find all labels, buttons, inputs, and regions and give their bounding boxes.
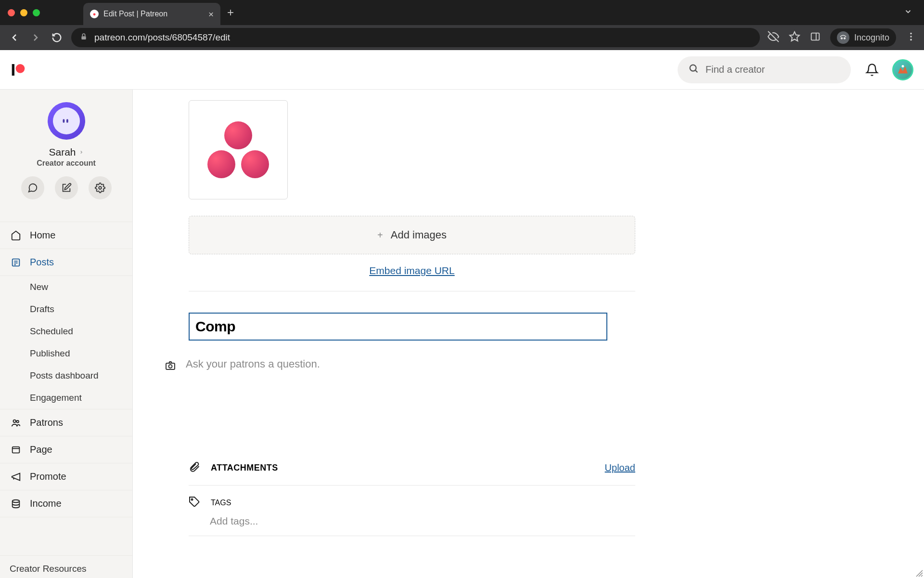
sidebar-item-scheduled[interactable]: Scheduled — [0, 320, 132, 342]
creator-name-row[interactable]: Sarah — [49, 146, 83, 158]
nav-label: Posts — [30, 257, 54, 268]
main-content: + Add images Embed image URL Ask your pa… — [133, 90, 924, 578]
svg-point-26 — [13, 499, 20, 502]
sidebar-item-published[interactable]: Published — [0, 342, 132, 365]
kebab-icon[interactable] — [906, 31, 916, 44]
sidebar-item-engagement[interactable]: Engagement — [0, 387, 132, 409]
compose-button[interactable] — [55, 176, 78, 199]
svg-rect-0 — [81, 36, 86, 39]
window-close[interactable] — [8, 9, 15, 16]
post-title-input[interactable] — [189, 313, 607, 341]
reload-button[interactable] — [50, 31, 64, 44]
svg-point-5 — [841, 37, 843, 39]
promote-icon — [11, 472, 21, 482]
nav-label: Home — [30, 230, 55, 241]
tab-favicon-icon: ● — [90, 10, 99, 18]
resize-handle-icon[interactable] — [914, 568, 923, 577]
svg-rect-24 — [13, 447, 20, 453]
sidebar-item-creator-resources[interactable]: Creator Resources — [0, 555, 132, 578]
sidebar-item-income[interactable]: Income — [0, 490, 132, 517]
svg-line-32 — [921, 575, 923, 577]
posts-submenu: New Drafts Scheduled Published Posts das… — [0, 276, 132, 409]
forward-button[interactable] — [29, 31, 42, 44]
star-icon[interactable] — [789, 31, 800, 44]
profile-avatar[interactable] — [892, 59, 913, 80]
creator-block: Sarah Creator account — [0, 102, 132, 210]
thumbnail-graphic-icon — [207, 121, 269, 178]
embed-image-url-link[interactable]: Embed image URL — [189, 265, 635, 276]
tags-section-header: TAGS — [189, 486, 635, 512]
tag-icon — [189, 496, 200, 510]
sidebar-item-drafts[interactable]: Drafts — [0, 298, 132, 320]
attachments-label: ATTACHMENTS — [211, 463, 278, 473]
search-icon — [688, 63, 699, 76]
svg-point-14 — [902, 65, 904, 67]
settings-button[interactable] — [89, 176, 112, 199]
window-controls — [8, 9, 40, 16]
eye-off-icon[interactable] — [768, 31, 779, 44]
nav-label: Promote — [30, 471, 66, 482]
sidebar-item-page[interactable]: Page — [0, 436, 132, 463]
close-icon[interactable]: × — [208, 10, 214, 19]
paperclip-icon — [189, 461, 200, 474]
svg-point-11 — [16, 64, 25, 73]
svg-point-23 — [16, 420, 19, 422]
svg-rect-15 — [63, 119, 64, 123]
notifications-button[interactable] — [864, 63, 880, 77]
svg-rect-3 — [811, 33, 820, 40]
nav-label: Income — [30, 498, 62, 509]
patrons-icon — [11, 418, 21, 428]
svg-rect-10 — [12, 64, 14, 76]
sidebar-item-new[interactable]: New — [0, 276, 132, 298]
add-images-button[interactable]: + Add images — [189, 216, 635, 254]
chevron-down-icon[interactable] — [904, 7, 912, 18]
patreon-logo-icon[interactable] — [11, 62, 26, 78]
svg-point-6 — [844, 37, 846, 39]
svg-rect-27 — [166, 363, 175, 369]
app-root: Find a creator Sarah Creator account — [0, 50, 924, 578]
svg-point-29 — [192, 499, 193, 500]
divider — [189, 291, 635, 291]
svg-line-13 — [695, 70, 697, 72]
sidebar-item-patrons[interactable]: Patrons — [0, 409, 132, 436]
post-body-input[interactable]: Ask your patrons a question. — [186, 358, 320, 370]
add-images-label: Add images — [391, 229, 447, 241]
svg-point-22 — [13, 420, 16, 422]
svg-point-17 — [99, 186, 102, 189]
svg-marker-2 — [790, 32, 799, 41]
search-input[interactable]: Find a creator — [678, 56, 851, 83]
new-tab-button[interactable]: + — [227, 6, 234, 19]
chat-button[interactable] — [21, 176, 44, 199]
embed-link-text: Embed image URL — [369, 265, 454, 276]
page-icon — [11, 445, 21, 455]
tags-input[interactable]: Add tags... — [189, 512, 635, 536]
svg-point-28 — [169, 365, 172, 368]
app-header: Find a creator — [0, 50, 924, 90]
browser-tab-strip: ● Edit Post | Patreon × + — [0, 0, 924, 25]
window-minimize[interactable] — [20, 9, 27, 16]
window-maximize[interactable] — [33, 9, 40, 16]
back-button[interactable] — [8, 31, 21, 44]
image-thumbnail[interactable] — [189, 100, 288, 199]
incognito-indicator[interactable]: Incognito — [830, 28, 896, 47]
plus-icon: + — [377, 230, 383, 241]
url-text: patreon.com/posts/68054587/edit — [94, 32, 230, 43]
upload-link[interactable]: Upload — [605, 462, 635, 473]
sidebar-item-posts-dashboard[interactable]: Posts dashboard — [0, 365, 132, 387]
creator-avatar[interactable] — [48, 102, 85, 140]
sidebar-item-promote[interactable]: Promote — [0, 463, 132, 490]
svg-point-12 — [690, 65, 696, 71]
sidebar-item-home[interactable]: Home — [0, 222, 132, 249]
nav-label: Patrons — [30, 417, 63, 428]
sidebar-item-posts[interactable]: Posts — [0, 249, 132, 276]
creator-name: Sarah — [49, 146, 76, 158]
tab-title: Edit Post | Patreon — [103, 10, 167, 18]
svg-point-8 — [910, 36, 912, 38]
browser-tab[interactable]: ● Edit Post | Patreon × — [83, 3, 220, 25]
camera-icon[interactable] — [165, 360, 176, 373]
search-placeholder: Find a creator — [706, 64, 765, 75]
panel-icon[interactable] — [810, 31, 821, 44]
svg-point-9 — [910, 39, 912, 41]
incognito-icon — [837, 31, 849, 44]
address-bar[interactable]: patreon.com/posts/68054587/edit — [71, 28, 760, 47]
